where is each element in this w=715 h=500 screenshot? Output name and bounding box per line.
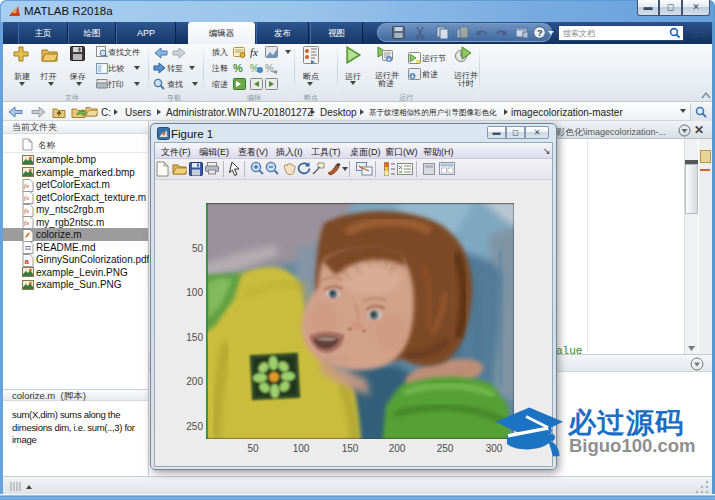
- svg-text:fx: fx: [24, 182, 30, 190]
- svg-text:%: %: [233, 62, 243, 74]
- svg-text:fx: fx: [250, 46, 258, 58]
- svg-text:?: ?: [537, 28, 543, 38]
- svg-text:fx: fx: [24, 219, 30, 227]
- svg-text:fx: fx: [24, 194, 30, 202]
- svg-text:a: a: [25, 257, 30, 266]
- svg-text:fx: fx: [24, 207, 30, 215]
- svg-text:%: %: [265, 63, 274, 74]
